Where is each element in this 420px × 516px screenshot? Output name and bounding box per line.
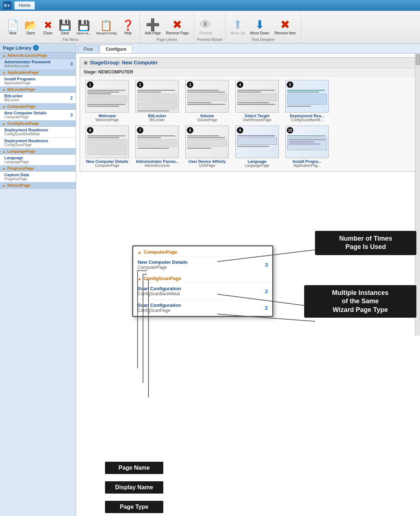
remove-item-button[interactable]: ✖ Remove Item [272, 12, 298, 37]
wizard-config-button[interactable]: 📋 Wizard Config [94, 12, 119, 37]
annotation-page-name: Page Name [105, 462, 163, 474]
add-page-icon: ➕ [146, 19, 160, 30]
home-tab[interactable]: Home [14, 1, 35, 9]
page-library-label: Page Library [143, 37, 191, 42]
annotation-labels-container: Page Name Display Name Page Type [105, 462, 163, 513]
open-button[interactable]: 📂 Open [22, 12, 39, 37]
page-name-6: New Computer Details [86, 159, 129, 164]
page-thumb-img-1: 1 [85, 80, 129, 113]
page-thumb-9[interactable]: 9 Language LanguagePage [234, 126, 281, 168]
sidebar-item-language[interactable]: Language LanguagePage [0, 155, 76, 165]
page-thumb-8[interactable]: 8 User Device Affinity UDAPage [184, 126, 231, 168]
sidebar-item-deployment-readiness-2[interactable]: Deployment Readiness ConfigScanPage [0, 138, 76, 148]
page-name-5: Deployment Rea... [290, 114, 324, 118]
page-name-2: BitLocker [148, 114, 167, 118]
page-thumb-3[interactable]: 3 Volume VolumePage [184, 80, 231, 122]
remove-page-button[interactable]: ✖ Remove Page [164, 12, 191, 37]
group-label-configscan: ConfigScanPage [7, 121, 39, 126]
sidebar-group-computerpage[interactable]: ▲ ComputerPage [0, 103, 76, 110]
ribbon-group-preview: 👁 Preview Preview Wizard [194, 12, 225, 43]
group-label-language: LanguagePage [7, 149, 35, 153]
group-arrow-admin: ▲ [2, 54, 6, 58]
sidebar-info-button[interactable]: i [33, 45, 39, 51]
add-page-button[interactable]: ➕ Add Page [143, 12, 163, 37]
page-thumb-2[interactable]: 2 BitLocker BitLocker [134, 80, 181, 122]
sidebar-item-deployment-readiness-1[interactable]: Deployment Readiness ConfigScanBareMetal [0, 127, 76, 138]
right-panel: Flow Configure ▣ StageGroup: New Compute… [76, 43, 420, 516]
popup-item-new-computer[interactable]: New Computer Details ComputerPage 3 [133, 256, 272, 273]
ribbon: 📄 New 📂 Open ✖ Close 💾 Save 💾 Save [0, 11, 420, 43]
flow-area: ▣ StageGroup: New Computer Stage: NEWCOM… [76, 54, 420, 516]
popup-count-scan1: 2 [265, 288, 268, 294]
preview-wizard-label: Preview Wizard [197, 37, 222, 42]
sidebar-item-capture-data[interactable]: Capture Data ProgressPage [0, 172, 76, 182]
close-icon: ✖ [44, 20, 52, 30]
tab-flow[interactable]: Flow [77, 45, 99, 53]
annotation-display-name: Display Name [105, 481, 163, 494]
page-thumb-7[interactable]: 7 Administrator Passw... AdminAccounts [134, 126, 181, 168]
page-thumb-img-10: 10 [285, 126, 329, 158]
popup-count-computer: 3 [265, 262, 268, 268]
flow-designer-label: Flow Designer [228, 37, 298, 42]
tab-bar: Flow Configure [76, 43, 420, 54]
group-label-admin: AdminAccountsPage [7, 53, 47, 58]
flow-designer-buttons: ⬆ Move Up ⬇ Move Down ✖ Remove Item [228, 12, 298, 37]
page-name-10: Install Progra... [293, 159, 321, 164]
sidebar-group-progresspage[interactable]: ▲ ProgressPage [0, 165, 76, 172]
move-down-button[interactable]: ⬇ Move Down [248, 12, 272, 37]
page-thumb-5[interactable]: 5 Deployment Rea... ConfigScanBareM... [284, 80, 331, 122]
tab-configure[interactable]: Configure [100, 45, 133, 53]
sidebar-item-admin-text: Administrator Password AdminAccounts [4, 60, 66, 68]
preview-icon: 👁 [200, 19, 211, 30]
sidebar-group-adminaccountspage[interactable]: ▲ AdminAccountsPage [0, 52, 76, 59]
group-label-reboot: RebootPage [7, 183, 30, 187]
save-as-button[interactable]: 💾 Save As... [74, 12, 93, 37]
pages-grid-row2: 6 New Computer Details ComputerPage 7 [80, 126, 416, 171]
sidebar-group-bitlockerpage[interactable]: ▲ BitLockerPage [0, 86, 76, 93]
sidebar-group-rebootpage[interactable]: ▲ RebootPage [0, 182, 76, 189]
sidebar-item-new-computer-details[interactable]: New Computer Details ComputerPage 3 [0, 110, 76, 120]
page-thumb-img-4: 4 [235, 80, 279, 113]
ribbon-group-page-library: ➕ Add Page ✖ Remove Page Page Library [140, 12, 194, 43]
page-type-3: VolumePage [197, 118, 218, 122]
page-type-7: AdminAccounts [144, 164, 169, 168]
collapse-icon: ▣ [84, 60, 88, 65]
new-button[interactable]: 📄 New [4, 12, 21, 37]
sidebar-group-applicationpage[interactable]: ▲ ApplicationPage [0, 69, 76, 76]
close-button[interactable]: ✖ Close [40, 12, 56, 37]
popup-item-scan-config-2[interactable]: Scan Configuration ConfigScanPage 2 [133, 299, 272, 316]
group-label-progress: ProgressPage [7, 166, 34, 170]
sidebar-group-languagepage[interactable]: ▲ LanguagePage [0, 148, 76, 155]
file-buttons: 📄 New 📂 Open ✖ Close 💾 Save 💾 Save [4, 12, 136, 37]
help-button[interactable]: ❓ Help [119, 12, 136, 37]
move-up-button[interactable]: ⬆ Move Up [228, 12, 247, 37]
page-type-6: ComputerPage [95, 164, 119, 168]
sidebar-item-install-programs[interactable]: Install Programs ApplicationPage [0, 76, 76, 86]
page-type-5: ConfigScanBareM... [291, 118, 323, 122]
sidebar-item-administrator-password[interactable]: Administrator Password AdminAccounts 3 [0, 59, 76, 69]
admin-count: 3 [68, 62, 73, 67]
popup-group-computer: ▲ ComputerPage [133, 246, 272, 256]
page-thumb-1[interactable]: 1 Welcome WelcomePage [84, 80, 131, 122]
ribbon-group-flow-designer: ⬆ Move Up ⬇ Move Down ✖ Remove Item Flow… [226, 12, 301, 43]
sidebar-group-configscanpage[interactable]: ▲ ConfigScanPage [0, 120, 76, 127]
page-type-10: ApplicationPag... [293, 164, 320, 168]
group-label-bitlocker: BitLockerPage [7, 87, 35, 92]
stage-group-header[interactable]: ▣ StageGroup: New Computer [80, 58, 416, 68]
annotation-page-type: Page Type [105, 501, 163, 513]
page-thumb-4[interactable]: 4 Select Target UserRestorePage [234, 80, 281, 122]
save-icon: 💾 [59, 20, 71, 30]
remove-page-icon: ✖ [172, 19, 182, 30]
page-type-9: LanguagePage [245, 164, 269, 168]
page-thumb-6[interactable]: 6 New Computer Details ComputerPage [84, 126, 131, 168]
group-label-computer: ComputerPage [7, 104, 35, 109]
sidebar-title: Page Library [3, 45, 32, 51]
sidebar-item-bitlocker[interactable]: BitLocker BitLocker 2 [0, 93, 76, 103]
move-up-icon: ⬆ [233, 19, 243, 30]
popup-item-scan-config-1[interactable]: Scan Configuration ConfigScanBareMetal 2 [133, 283, 272, 299]
save-button[interactable]: 💾 Save [56, 12, 74, 37]
page-thumb-10[interactable]: 10 Install Progra... Appl [284, 126, 331, 168]
preview-button[interactable]: 👁 Preview [197, 12, 214, 37]
remove-item-icon: ✖ [280, 19, 290, 30]
sidebar-header: Page Library i [0, 43, 76, 52]
